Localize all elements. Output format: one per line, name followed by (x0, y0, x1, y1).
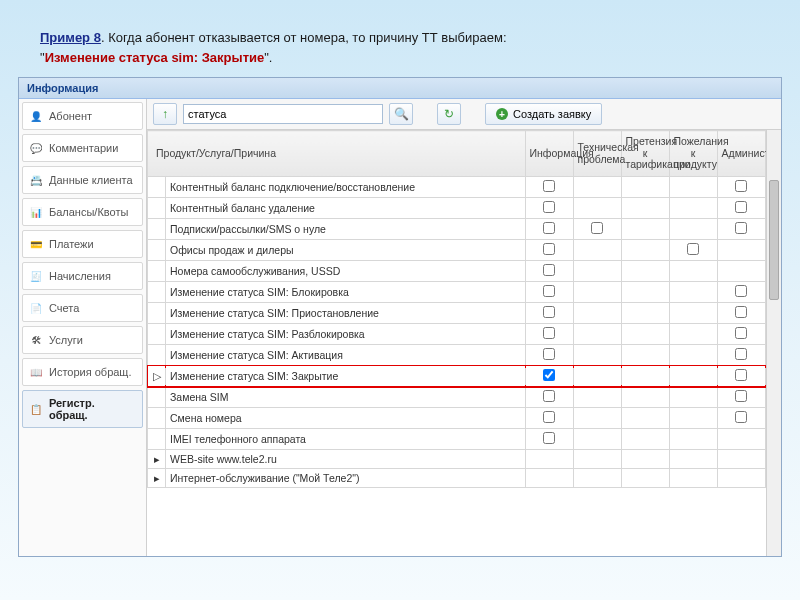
expand-arrow-icon[interactable]: ▸ (148, 469, 166, 488)
check-cell (717, 303, 765, 324)
toolbar: ↑ 🔍 ↻ + Создать заявку (147, 99, 781, 130)
sidebar-item-services[interactable]: 🛠Услуги (22, 326, 143, 354)
example-label: Пример 8 (40, 30, 101, 45)
arrow-up-icon: ↑ (162, 107, 168, 121)
table-row[interactable]: Изменение статуса SIM: Блокировка (148, 282, 782, 303)
col-wish[interactable]: Пожелания к продукту (669, 131, 717, 177)
table-row[interactable]: Изменение статуса SIM: Приостановление (148, 303, 782, 324)
table-row[interactable]: IMEI телефонного аппарата (148, 429, 782, 450)
reasons-table: Продукт/Услуга/Причина Информация Технич… (147, 130, 781, 488)
sidebar-item-label: Абонент (49, 110, 92, 122)
col-tech[interactable]: Техническая проблема (573, 131, 621, 177)
reason-checkbox[interactable] (735, 327, 747, 339)
reason-checkbox[interactable] (735, 201, 747, 213)
check-cell (525, 345, 573, 366)
table-row[interactable]: Офисы продаж и дилеры (148, 240, 782, 261)
sidebar-item-services-icon: 🛠 (29, 333, 43, 347)
check-cell (669, 366, 717, 387)
sidebar-item-client-data[interactable]: 📇Данные клиента (22, 166, 143, 194)
table-row[interactable]: Подписки/рассылки/SMS о нуле (148, 219, 782, 240)
table-row[interactable]: Замена SIM (148, 387, 782, 408)
check-cell (573, 387, 621, 408)
search-input[interactable] (183, 104, 383, 124)
reason-checkbox[interactable] (543, 411, 555, 423)
scroll-thumb[interactable] (769, 180, 779, 300)
reason-checkbox[interactable] (543, 369, 555, 381)
expand-arrow-icon[interactable]: ▷ (148, 366, 166, 387)
check-cell (717, 345, 765, 366)
check-cell (525, 469, 573, 488)
refresh-button[interactable]: ↻ (437, 103, 461, 125)
reason-checkbox[interactable] (735, 369, 747, 381)
table-row[interactable]: ▸Интернет-обслуживание ("Мой Теле2") (148, 469, 782, 488)
reason-checkbox[interactable] (543, 327, 555, 339)
check-cell (573, 324, 621, 345)
table-row[interactable]: ▸WEB-site www.tele2.ru (148, 450, 782, 469)
sidebar-item-comments[interactable]: 💬Комментарии (22, 134, 143, 162)
sidebar-item-label: Регистр. обращ. (49, 397, 136, 421)
expand-arrow-icon (148, 387, 166, 408)
col-info[interactable]: Информация (525, 131, 573, 177)
reason-checkbox[interactable] (543, 243, 555, 255)
grid-scroll[interactable]: Продукт/Услуга/Причина Информация Технич… (147, 130, 781, 556)
expand-arrow-icon[interactable]: ▸ (148, 450, 166, 469)
table-row[interactable]: Смена номера (148, 408, 782, 429)
main-area: ↑ 🔍 ↻ + Создать заявку (147, 99, 781, 556)
search-button[interactable]: 🔍 (389, 103, 413, 125)
reason-checkbox[interactable] (543, 432, 555, 444)
reason-checkbox[interactable] (543, 201, 555, 213)
reason-checkbox[interactable] (543, 264, 555, 276)
col-tariff[interactable]: Претензия к тарификации (621, 131, 669, 177)
sidebar-item-charges[interactable]: 🧾Начисления (22, 262, 143, 290)
reason-checkbox[interactable] (735, 180, 747, 192)
reason-checkbox[interactable] (735, 306, 747, 318)
sidebar-item-payments[interactable]: 💳Платежи (22, 230, 143, 258)
check-cell (621, 282, 669, 303)
check-cell (573, 408, 621, 429)
check-cell (573, 429, 621, 450)
check-cell (669, 469, 717, 488)
check-cell (525, 282, 573, 303)
expand-arrow-icon (148, 282, 166, 303)
create-request-button[interactable]: + Создать заявку (485, 103, 602, 125)
table-row[interactable]: Контентный баланс подключение/восстановл… (148, 177, 782, 198)
sidebar-item-balances[interactable]: 📊Балансы/Квоты (22, 198, 143, 226)
reason-checkbox[interactable] (543, 180, 555, 192)
check-cell (525, 324, 573, 345)
sidebar-item-history[interactable]: 📖История обращ. (22, 358, 143, 386)
reason-checkbox[interactable] (735, 348, 747, 360)
sidebar-item-subscriber[interactable]: 👤Абонент (22, 102, 143, 130)
reason-checkbox[interactable] (687, 243, 699, 255)
check-cell (717, 177, 765, 198)
table-row[interactable]: ▷Изменение статуса SIM: Закрытие (148, 366, 782, 387)
reason-checkbox[interactable] (543, 348, 555, 360)
reason-checkbox[interactable] (591, 222, 603, 234)
sidebar-item-register[interactable]: 📋Регистр. обращ. (22, 390, 143, 428)
search-icon: 🔍 (394, 107, 409, 121)
reason-checkbox[interactable] (543, 390, 555, 402)
expand-arrow-icon (148, 345, 166, 366)
check-cell (669, 429, 717, 450)
reason-checkbox[interactable] (735, 285, 747, 297)
sidebar: 👤Абонент💬Комментарии📇Данные клиента📊Бала… (19, 99, 147, 556)
sidebar-item-client-data-icon: 📇 (29, 173, 43, 187)
reason-checkbox[interactable] (735, 222, 747, 234)
panel-title: Информация (19, 78, 781, 99)
sidebar-item-accounts[interactable]: 📄Счета (22, 294, 143, 322)
table-row[interactable]: Изменение статуса SIM: Активация (148, 345, 782, 366)
reason-checkbox[interactable] (735, 390, 747, 402)
vertical-scrollbar[interactable] (766, 130, 781, 556)
up-button[interactable]: ↑ (153, 103, 177, 125)
col-product[interactable]: Продукт/Услуга/Причина (148, 131, 526, 177)
table-row[interactable]: Номера самообслуживания, USSD (148, 261, 782, 282)
reason-checkbox[interactable] (735, 411, 747, 423)
reason-checkbox[interactable] (543, 306, 555, 318)
reason-checkbox[interactable] (543, 222, 555, 234)
table-row[interactable]: Контентный баланс удаление (148, 198, 782, 219)
reason-checkbox[interactable] (543, 285, 555, 297)
check-cell (573, 240, 621, 261)
check-cell (717, 324, 765, 345)
expand-arrow-icon (148, 429, 166, 450)
table-row[interactable]: Изменение статуса SIM: Разблокировка (148, 324, 782, 345)
check-cell (669, 324, 717, 345)
